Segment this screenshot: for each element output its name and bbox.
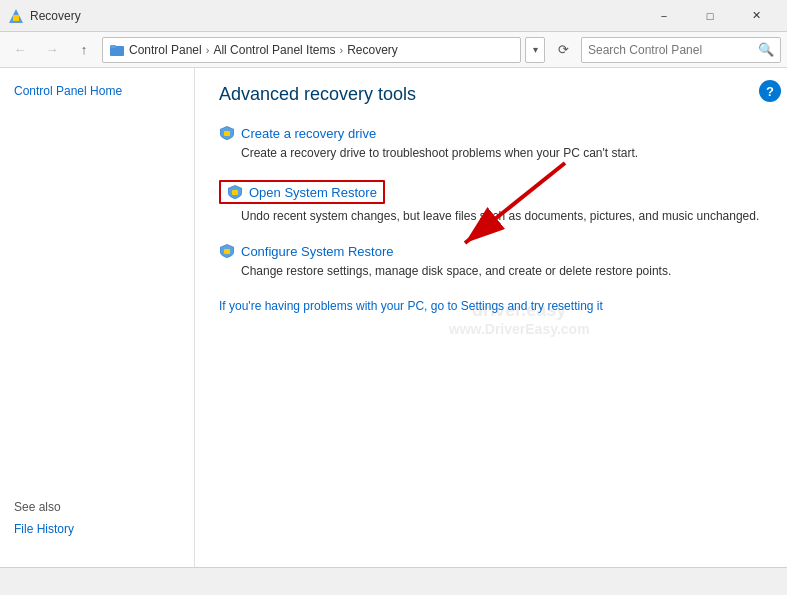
svg-rect-4 <box>224 131 230 136</box>
address-bar: ← → ↑ Control Panel › All Control Panel … <box>0 32 787 68</box>
configure-system-restore-item: Configure System Restore Change restore … <box>219 243 763 280</box>
main-container: Control Panel Home See also File History… <box>0 68 787 567</box>
search-input[interactable] <box>588 43 754 57</box>
folder-icon <box>109 42 125 58</box>
close-button[interactable]: ✕ <box>733 0 779 32</box>
sidebar-control-panel-home[interactable]: Control Panel Home <box>0 80 194 102</box>
refresh-button[interactable]: ⟳ <box>549 36 577 64</box>
breadcrumb-control-panel[interactable]: Control Panel <box>129 43 202 57</box>
highlighted-box: Open System Restore <box>219 180 385 204</box>
window-controls: − □ ✕ <box>641 0 779 32</box>
watermark-line2: www.DriverEasy.com <box>449 320 590 336</box>
shield-icon-1 <box>219 125 235 141</box>
open-system-restore-item: Open System Restore Undo recent system c… <box>219 180 763 225</box>
svg-rect-3 <box>110 45 116 48</box>
open-system-restore-header: Open System Restore <box>219 180 763 204</box>
svg-rect-1 <box>13 15 19 21</box>
sidebar: Control Panel Home See also File History <box>0 68 195 567</box>
back-button[interactable]: ← <box>6 36 34 64</box>
shield-icon-3 <box>219 243 235 259</box>
create-recovery-link[interactable]: Create a recovery drive <box>241 126 376 141</box>
up-button[interactable]: ↑ <box>70 36 98 64</box>
see-also-label: See also <box>14 500 88 514</box>
settings-link-container: If you're having problems with your PC, … <box>219 298 763 313</box>
configure-system-restore-link[interactable]: Configure System Restore <box>241 244 393 259</box>
create-recovery-item: Create a recovery drive Create a recover… <box>219 125 763 162</box>
status-bar <box>0 567 787 595</box>
create-recovery-header: Create a recovery drive <box>219 125 763 141</box>
settings-reset-link[interactable]: If you're having problems with your PC, … <box>219 299 603 313</box>
configure-system-restore-desc: Change restore settings, manage disk spa… <box>219 262 763 280</box>
breadcrumb-recovery: Recovery <box>347 43 398 57</box>
breadcrumb: Control Panel › All Control Panel Items … <box>102 37 521 63</box>
search-icon[interactable]: 🔍 <box>758 42 774 57</box>
file-history-link[interactable]: File History <box>14 518 88 540</box>
configure-system-restore-header: Configure System Restore <box>219 243 763 259</box>
svg-rect-6 <box>224 249 230 254</box>
title-bar: Recovery − □ ✕ <box>0 0 787 32</box>
svg-rect-5 <box>232 190 238 195</box>
help-button[interactable]: ? <box>759 80 781 102</box>
create-recovery-desc: Create a recovery drive to troubleshoot … <box>219 144 763 162</box>
forward-button[interactable]: → <box>38 36 66 64</box>
address-dropdown[interactable]: ▾ <box>525 37 545 63</box>
window-icon <box>8 8 24 24</box>
content-area: ? Advanced recovery tools Create a recov… <box>195 68 787 567</box>
minimize-button[interactable]: − <box>641 0 687 32</box>
open-system-restore-link[interactable]: Open System Restore <box>249 185 377 200</box>
see-also-section: See also File History <box>14 500 88 540</box>
shield-icon-2 <box>227 184 243 200</box>
maximize-button[interactable]: □ <box>687 0 733 32</box>
search-box: 🔍 <box>581 37 781 63</box>
breadcrumb-all-items[interactable]: All Control Panel Items <box>213 43 335 57</box>
section-title: Advanced recovery tools <box>219 84 763 105</box>
window-title: Recovery <box>30 9 641 23</box>
open-system-restore-desc: Undo recent system changes, but leave fi… <box>219 207 763 225</box>
